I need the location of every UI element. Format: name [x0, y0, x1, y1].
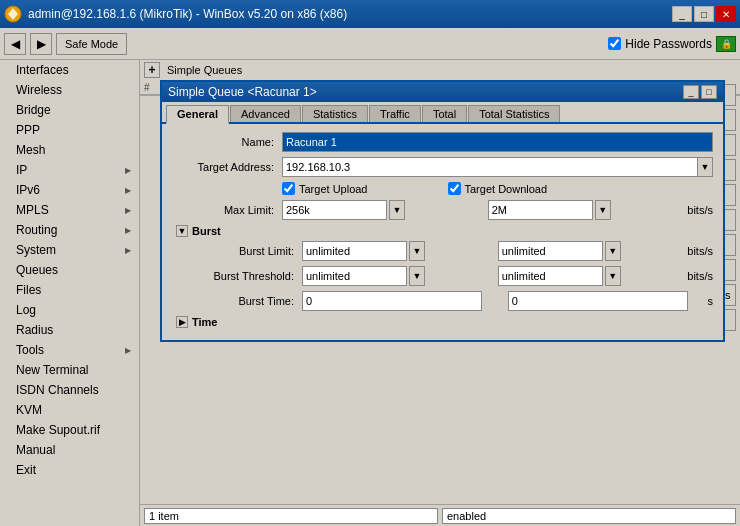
- target-download-checkbox[interactable]: [448, 182, 461, 195]
- hide-passwords-checkbox[interactable]: [608, 37, 621, 50]
- sidebar-item-new-terminal[interactable]: New Terminal: [0, 360, 139, 380]
- hide-passwords-label: Hide Passwords: [625, 37, 712, 51]
- hide-passwords-container: Hide Passwords 🔒: [608, 36, 736, 52]
- burst-limit-upload-group: ▼: [302, 241, 490, 261]
- burst-section-title: Burst: [192, 225, 221, 237]
- sidebar-item-mesh[interactable]: Mesh: [0, 140, 139, 160]
- target-upload-checkbox[interactable]: [282, 182, 295, 195]
- burst-time-label: Burst Time:: [192, 295, 302, 307]
- time-section-header: ▶ Time: [172, 316, 713, 328]
- sidebar: Interfaces Wireless Bridge PPP Mesh IP I…: [0, 60, 140, 526]
- tab-advanced[interactable]: Advanced: [230, 105, 301, 122]
- target-upload-checkbox-item: Target Upload: [282, 182, 368, 195]
- status-bar: 1 item enabled: [140, 504, 740, 526]
- queue-add-button[interactable]: +: [144, 62, 160, 78]
- sidebar-item-wireless[interactable]: Wireless: [0, 80, 139, 100]
- item-count-display: 1 item: [144, 508, 438, 524]
- back-button[interactable]: ◀: [4, 33, 26, 55]
- tab-total-statistics[interactable]: Total Statistics: [468, 105, 560, 122]
- sidebar-item-routing[interactable]: Routing: [0, 220, 139, 240]
- max-limit-upload-dropdown[interactable]: ▼: [389, 200, 405, 220]
- sidebar-item-log[interactable]: Log: [0, 300, 139, 320]
- burst-threshold-upload-input[interactable]: [302, 266, 407, 286]
- sidebar-item-system[interactable]: System: [0, 240, 139, 260]
- name-input[interactable]: [282, 132, 713, 152]
- sidebar-item-kvm[interactable]: KVM: [0, 400, 139, 420]
- sidebar-item-radius[interactable]: Radius: [0, 320, 139, 340]
- sidebar-item-mpls[interactable]: MPLS: [0, 200, 139, 220]
- time-toggle-button[interactable]: ▶: [176, 316, 188, 328]
- sidebar-item-ppp[interactable]: PPP: [0, 120, 139, 140]
- toolbar: ◀ ▶ Safe Mode Hide Passwords 🔒: [0, 28, 740, 60]
- target-address-input[interactable]: [282, 157, 697, 177]
- burst-threshold-unit: bits/s: [687, 270, 713, 282]
- tab-total[interactable]: Total: [422, 105, 467, 122]
- forward-button[interactable]: ▶: [30, 33, 52, 55]
- tab-statistics[interactable]: Statistics: [302, 105, 368, 122]
- dialog-title-text: Simple Queue <Racunar 1>: [168, 85, 317, 99]
- sidebar-item-exit[interactable]: Exit: [0, 460, 139, 480]
- sidebar-item-isdn-channels[interactable]: ISDN Channels: [0, 380, 139, 400]
- dialog-title-controls: _ □: [683, 85, 717, 99]
- max-limit-upload-group: ▼: [282, 200, 480, 220]
- dialog-tabs: General Advanced Statistics Traffic Tota…: [162, 102, 723, 124]
- sidebar-item-bridge[interactable]: Bridge: [0, 100, 139, 120]
- target-download-label: Target Download: [465, 183, 548, 195]
- max-limit-unit: bits/s: [687, 204, 713, 216]
- burst-threshold-label: Burst Threshold:: [192, 270, 302, 282]
- burst-limit-upload-input[interactable]: [302, 241, 407, 261]
- burst-time-download-input[interactable]: [508, 291, 688, 311]
- burst-limit-upload-dropdown[interactable]: ▼: [409, 241, 425, 261]
- max-limit-download-input[interactable]: [488, 200, 593, 220]
- window-title: admin@192.168.1.6 (MikroTik) - WinBox v5…: [28, 7, 347, 21]
- sidebar-item-ipv6[interactable]: IPv6: [0, 180, 139, 200]
- target-address-dropdown-btn[interactable]: ▼: [697, 157, 713, 177]
- tab-general[interactable]: General: [166, 105, 229, 124]
- tab-traffic[interactable]: Traffic: [369, 105, 421, 122]
- burst-toggle-button[interactable]: ▼: [176, 225, 188, 237]
- safe-mode-button[interactable]: Safe Mode: [56, 33, 127, 55]
- burst-limit-row: Burst Limit: ▼ ▼ bits/s: [192, 241, 713, 261]
- target-download-checkbox-item: Target Download: [448, 182, 548, 195]
- status-enabled-text: enabled: [447, 510, 486, 522]
- burst-threshold-download-dropdown[interactable]: ▼: [605, 266, 621, 286]
- burst-threshold-row: Burst Threshold: ▼ ▼ bits/s: [192, 266, 713, 286]
- sidebar-item-make-supout[interactable]: Make Supout.rif: [0, 420, 139, 440]
- burst-limit-unit: bits/s: [687, 245, 713, 257]
- target-address-input-group: ▼: [282, 157, 713, 177]
- sidebar-item-files[interactable]: Files: [0, 280, 139, 300]
- dialog-maximize-button[interactable]: □: [701, 85, 717, 99]
- time-section-title: Time: [192, 316, 217, 328]
- target-upload-label: Target Upload: [299, 183, 368, 195]
- burst-threshold-upload-group: ▼: [302, 266, 490, 286]
- burst-threshold-download-group: ▼: [498, 266, 686, 286]
- window-controls: _ □ ✕: [672, 6, 736, 22]
- burst-limit-download-input[interactable]: [498, 241, 603, 261]
- sidebar-item-ip[interactable]: IP: [0, 160, 139, 180]
- minimize-button[interactable]: _: [672, 6, 692, 22]
- max-limit-label: Max Limit:: [172, 204, 282, 216]
- sidebar-item-queues[interactable]: Queues: [0, 260, 139, 280]
- burst-section-header: ▼ Burst: [172, 225, 713, 237]
- max-limit-download-group: ▼: [488, 200, 686, 220]
- app-icon: [4, 5, 22, 23]
- dialog-minimize-button[interactable]: _: [683, 85, 699, 99]
- simple-queues-tab[interactable]: Simple Queues: [162, 62, 247, 78]
- maximize-button[interactable]: □: [694, 6, 714, 22]
- name-row: Name:: [172, 132, 713, 152]
- burst-time-download-group: [508, 291, 706, 311]
- max-limit-upload-input[interactable]: [282, 200, 387, 220]
- close-button[interactable]: ✕: [716, 6, 736, 22]
- name-label: Name:: [172, 136, 282, 148]
- burst-threshold-upload-dropdown[interactable]: ▼: [409, 266, 425, 286]
- burst-time-upload-group: [302, 291, 500, 311]
- burst-threshold-download-input[interactable]: [498, 266, 603, 286]
- sidebar-item-tools[interactable]: Tools: [0, 340, 139, 360]
- burst-time-upload-input[interactable]: [302, 291, 482, 311]
- queue-toolbar: + Simple Queues: [140, 60, 740, 80]
- burst-limit-download-dropdown[interactable]: ▼: [605, 241, 621, 261]
- max-limit-download-dropdown[interactable]: ▼: [595, 200, 611, 220]
- dialog-title-bar: Simple Queue <Racunar 1> _ □: [162, 82, 723, 102]
- sidebar-item-manual[interactable]: Manual: [0, 440, 139, 460]
- sidebar-item-interfaces[interactable]: Interfaces: [0, 60, 139, 80]
